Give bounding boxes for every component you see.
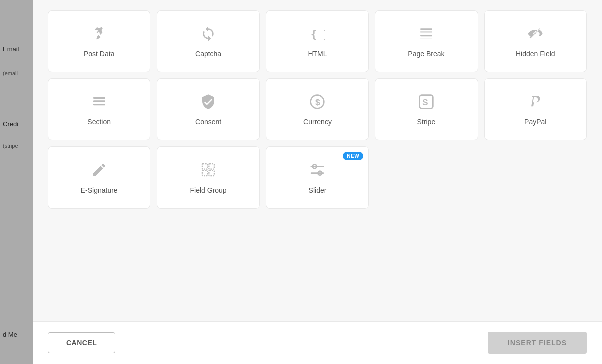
insert-fields-button[interactable]: INSERT FIELDS — [488, 332, 587, 354]
new-badge: NEW — [343, 152, 363, 160]
field-card-hidden-field[interactable]: Hidden Field — [484, 10, 587, 72]
svg-rect-7 — [93, 100, 105, 102]
field-card-section[interactable]: Section — [48, 78, 150, 140]
svg-text:S: S — [422, 97, 428, 107]
modal-body: Post Data Captcha { } HTML — [33, 0, 602, 321]
currency-label: Currency — [303, 118, 332, 126]
svg-rect-13 — [202, 164, 208, 169]
stripe-icon: S — [417, 93, 435, 111]
section-label: Section — [87, 118, 111, 126]
slider-label: Slider — [309, 186, 327, 194]
svg-rect-3 — [420, 32, 432, 33]
svg-rect-5 — [420, 38, 432, 38]
svg-rect-2 — [420, 31, 432, 32]
hidden-icon — [526, 25, 544, 43]
html-icon: { } — [308, 25, 326, 43]
consent-icon — [199, 93, 217, 111]
field-card-consent[interactable]: Consent — [157, 78, 259, 140]
currency-icon: $ — [308, 93, 326, 111]
field-card-html[interactable]: { } HTML — [266, 10, 369, 72]
field-card-field-group[interactable]: Field Group — [157, 146, 259, 209]
svg-rect-1 — [420, 28, 432, 30]
field-card-post-data[interactable]: Post Data — [48, 10, 150, 72]
pagebreak-icon — [417, 25, 435, 43]
cancel-button[interactable]: CANCEL — [48, 332, 115, 353]
section-icon — [90, 93, 108, 111]
paypal-icon — [526, 93, 544, 111]
field-card-stripe[interactable]: S Stripe — [375, 78, 478, 140]
svg-rect-4 — [420, 35, 432, 37]
svg-rect-16 — [209, 170, 214, 176]
svg-rect-8 — [93, 104, 105, 105]
field-card-currency[interactable]: $ Currency — [266, 78, 369, 140]
field-card-slider[interactable]: NEW Slider — [266, 146, 369, 209]
field-grid: Post Data Captcha { } HTML — [48, 10, 587, 209]
field-group-label: Field Group — [190, 186, 227, 194]
stripe-label: Stripe — [417, 118, 436, 126]
fieldgroup-icon — [199, 161, 217, 179]
captcha-label: Captcha — [195, 50, 221, 58]
e-signature-label: E-Signature — [81, 186, 118, 194]
post-data-label: Post Data — [84, 50, 114, 58]
field-card-captcha[interactable]: Captcha — [157, 10, 259, 72]
modal-footer: CANCEL INSERT FIELDS — [33, 321, 602, 364]
hidden-field-label: Hidden Field — [516, 50, 555, 58]
field-card-e-signature[interactable]: E-Signature — [48, 146, 150, 209]
pin-icon — [90, 25, 108, 43]
svg-rect-15 — [202, 170, 208, 176]
field-card-paypal[interactable]: PayPal — [484, 78, 587, 140]
consent-label: Consent — [195, 118, 221, 126]
svg-rect-14 — [209, 164, 214, 169]
esignature-icon — [90, 161, 108, 179]
svg-rect-6 — [93, 97, 105, 99]
field-card-page-break[interactable]: Page Break — [375, 10, 478, 72]
paypal-label: PayPal — [524, 118, 546, 126]
svg-text:$: $ — [315, 97, 320, 107]
html-label: HTML — [308, 50, 327, 58]
slider-icon — [308, 161, 326, 179]
page-break-label: Page Break — [408, 50, 444, 58]
svg-text:{ }: { } — [311, 28, 325, 40]
modal: Post Data Captcha { } HTML — [33, 0, 602, 364]
captcha-icon — [199, 25, 217, 43]
